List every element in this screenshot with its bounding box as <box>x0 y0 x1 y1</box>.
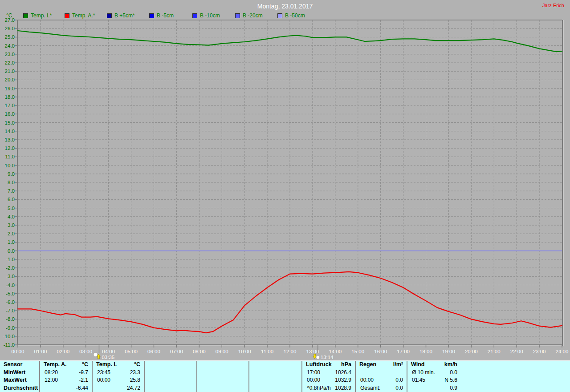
y-tick-label: 6.0 <box>8 197 15 202</box>
x-tick-label: 08:00 <box>193 349 206 354</box>
table-data-row: 12:00-2.1 <box>40 376 92 384</box>
y-tick-label: -6.0 <box>6 299 15 305</box>
sensor-name: Regen <box>359 361 376 369</box>
x-tick-label: 24:00 <box>556 349 569 354</box>
stat-time: 01:45 <box>412 376 425 384</box>
table-col-luftdruck: LuftdruckhPa17:001026.400:001032.9^0.8hP… <box>301 361 355 392</box>
stat-time: 12:00 <box>45 376 58 384</box>
table-data-row: 08:20-9.7 <box>40 369 92 377</box>
table-row-label: MinWert <box>0 369 39 377</box>
stat-value: N 5.6 <box>444 376 457 384</box>
x-tick-label: 09:00 <box>216 349 228 354</box>
y-tick-label: 1.0 <box>8 239 15 245</box>
x-tick-label: 22:00 <box>510 349 523 354</box>
sensor-unit: hPa <box>341 361 351 369</box>
sensor-name: Temp. A. <box>44 361 66 369</box>
weather-day-chart-window: Montag, 23.01.2017 Jarz Erich °C Temp. I… <box>0 0 570 392</box>
y-tick-label: -7.0 <box>6 308 15 313</box>
y-tick-label: 8.0 <box>8 180 15 185</box>
y-tick-label: 18.0 <box>5 94 15 100</box>
y-tick-label: -10.0 <box>3 334 15 339</box>
table-data-row: 01:45N 5.6 <box>407 376 461 384</box>
y-tick-label: -2.0 <box>6 265 15 271</box>
y-tick-label: 14.0 <box>5 129 15 134</box>
table-row-label: Sensor <box>0 361 39 369</box>
sensor-unit: km/h <box>444 361 457 369</box>
stat-value: 0.0 <box>450 369 457 377</box>
table-data-row <box>197 369 248 377</box>
table-col-regen: Regenl/m²00:000.0Gesamt:0.0 <box>355 361 407 392</box>
sensor-name: Temp. I. <box>96 361 117 369</box>
y-tick-label: 25.0 <box>5 34 15 40</box>
x-tick-label: 17:00 <box>397 349 410 354</box>
stat-value: 0.0 <box>395 376 403 384</box>
table-col-header <box>197 361 248 369</box>
stat-time: Gesamt: <box>360 384 380 392</box>
stat-value: 23.3 <box>130 369 140 377</box>
table-col-header: LuftdruckhPa <box>302 361 355 369</box>
table-col-header: Windkm/h <box>407 361 461 369</box>
moonrise-icon <box>94 353 101 359</box>
table-data-row <box>145 369 196 377</box>
x-tick-label: 15:00 <box>351 349 364 354</box>
stat-value: 0.0 <box>395 384 403 392</box>
y-tick-label: 16.0 <box>5 111 15 117</box>
table-data-row <box>249 369 301 377</box>
table-data-row: 00:0025.8 <box>93 376 144 384</box>
stat-value: 1032.9 <box>335 376 351 384</box>
table-col-empty-1 <box>144 361 196 392</box>
sensor-name: Wind <box>411 361 424 369</box>
x-tick-label: 19:00 <box>442 349 455 354</box>
table-col-empty-3 <box>248 361 301 392</box>
x-tick-label: 23:00 <box>533 349 546 354</box>
stat-time: 00:00 <box>97 376 110 384</box>
y-tick-label: -3.0 <box>6 274 15 279</box>
table-data-row: ^0.8hPa/h1028.9 <box>302 384 355 392</box>
table-col-header: Regenl/m² <box>356 361 407 369</box>
x-tick-label: 11:00 <box>261 349 273 354</box>
table-data-row <box>249 384 301 392</box>
y-tick-label: -4.0 <box>6 283 15 288</box>
y-tick-label: 5.0 <box>8 206 15 211</box>
table-col-temp-a: Temp. A.°C08:20-9.712:00-2.1-6.44 <box>39 361 92 392</box>
y-tick-label: 4.0 <box>8 214 15 219</box>
stat-time: ^0.8hPa/h <box>307 384 331 392</box>
table-col-header <box>249 361 301 369</box>
y-tick-label: 17.0 <box>5 103 15 108</box>
temperature-chart-canvas[interactable]: 27.026.025.024.023.022.021.020.019.018.0… <box>0 0 570 360</box>
sensor-name: Luftdruck <box>306 361 332 369</box>
x-tick-label: 02:00 <box>57 349 69 354</box>
table-data-row: Ø 10 min.0.0 <box>407 369 461 377</box>
table-data-row <box>197 376 248 384</box>
stat-value: 24.72 <box>127 384 140 392</box>
x-tick-label: 16:00 <box>374 349 387 354</box>
stat-time: Ø 10 min. <box>412 369 435 377</box>
x-tick-label: 18:00 <box>419 349 432 354</box>
stat-time: 23:45 <box>97 369 110 377</box>
table-data-row <box>197 384 248 392</box>
table-data-row <box>356 369 407 377</box>
table-data-row: 00:000.0 <box>356 376 407 384</box>
table-col-header <box>145 361 196 369</box>
table-data-row: 24.72 <box>93 384 144 392</box>
x-tick-label: 13:00 <box>306 349 319 354</box>
table-data-row: Gesamt:0.0 <box>356 384 407 392</box>
y-tick-label: -11.0 <box>4 342 15 348</box>
y-tick-label: 27.0 <box>5 17 15 23</box>
y-tick-label: -8.0 <box>6 316 15 322</box>
y-tick-label: 3.0 <box>8 222 15 228</box>
stat-value: 1026.4 <box>335 369 351 377</box>
x-tick-label: 07:00 <box>170 349 183 354</box>
y-tick-label: 11.0 <box>5 154 15 159</box>
y-tick-label: 26.0 <box>5 26 15 31</box>
table-data-row: -6.44 <box>40 384 92 392</box>
y-tick-label: 2.0 <box>8 231 15 236</box>
table-col-empty-2 <box>196 361 248 392</box>
table-col-temp-i: Temp. I.°C23:4523.300:0025.824.72 <box>92 361 144 392</box>
stat-time: 17:00 <box>307 369 320 377</box>
table-data-row: 23:4523.3 <box>93 369 144 377</box>
x-tick-label: 14:00 <box>329 349 342 354</box>
x-tick-label: 04:00 <box>102 349 115 354</box>
stat-value: 0.9 <box>450 384 457 392</box>
y-tick-label: 9.0 <box>8 171 15 177</box>
